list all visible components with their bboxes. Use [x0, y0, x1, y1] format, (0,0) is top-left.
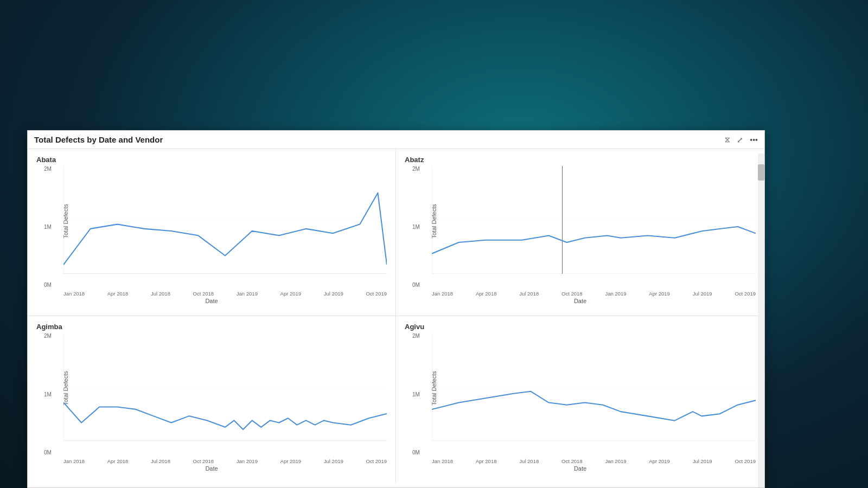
chart-abata: Abata 2M 1M 0M Total Defects Jan 2018 Ap… [28, 149, 396, 316]
abata-y-labels: 2M 1M 0M [44, 166, 52, 288]
agimba-svg [63, 333, 387, 441]
chart-agimba-area: 2M 1M 0M Total Defects Jan 2018 Apr 2018… [36, 333, 387, 472]
agimba-y-labels: 2M 1M 0M [44, 333, 52, 455]
abatz-x-labels: Jan 2018 Apr 2018 Jul 2018 Oct 2018 Jan … [432, 291, 756, 297]
agivu-x-axis-label: Date [574, 465, 586, 472]
chart-abata-title: Abata [36, 156, 387, 164]
chart-abatz: Abatz 2M 1M 0M Total Defects Jan 2 [396, 149, 764, 316]
abata-svg [63, 166, 387, 274]
agivu-svg [432, 333, 756, 441]
chart-abatz-area: 2M 1M 0M Total Defects Jan 2018 Apr 2018 [405, 166, 756, 304]
chart-agivu: Agivu 2M 1M 0M Total Defects Jan 2018 Ap… [396, 316, 764, 483]
chart-agimba: Agimba 2M 1M 0M Total Defects Jan 2018 A… [28, 316, 396, 483]
chart-agivu-title: Agivu [405, 323, 756, 331]
menu-icon[interactable]: ••• [750, 136, 758, 144]
abatz-x-axis-label: Date [574, 298, 586, 304]
agivu-y-labels: 2M 1M 0M [412, 333, 420, 455]
expand-icon[interactable]: ⤢ [737, 136, 743, 144]
agimba-x-axis-label: Date [205, 465, 218, 472]
filter-icon[interactable]: ⧖ [725, 135, 730, 144]
window-title: Total Defects by Date and Vendor [34, 135, 163, 144]
chart-abatz-title: Abatz [405, 156, 756, 164]
agivu-x-labels: Jan 2018 Apr 2018 Jul 2018 Oct 2018 Jan … [432, 458, 756, 464]
scrollbar[interactable] [758, 153, 764, 487]
charts-grid: Abata 2M 1M 0M Total Defects Jan 2018 Ap… [28, 149, 764, 483]
abatz-y-labels: 2M 1M 0M [412, 166, 420, 288]
abatz-svg [432, 166, 756, 274]
scrollbar-thumb[interactable] [758, 164, 764, 181]
title-icons: ⧖ ⤢ ••• [725, 135, 758, 144]
abata-x-labels: Jan 2018 Apr 2018 Jul 2018 Oct 2018 Jan … [63, 291, 387, 297]
chart-window: Total Defects by Date and Vendor ⧖ ⤢ •••… [27, 130, 765, 488]
title-bar: Total Defects by Date and Vendor ⧖ ⤢ ••• [28, 131, 764, 149]
chart-abata-area: 2M 1M 0M Total Defects Jan 2018 Apr 2018… [36, 166, 387, 304]
agimba-x-labels: Jan 2018 Apr 2018 Jul 2018 Oct 2018 Jan … [63, 458, 387, 464]
chart-agimba-title: Agimba [36, 323, 387, 331]
chart-agivu-area: 2M 1M 0M Total Defects Jan 2018 Apr 2018… [405, 333, 756, 472]
abata-x-axis-label: Date [205, 298, 218, 304]
